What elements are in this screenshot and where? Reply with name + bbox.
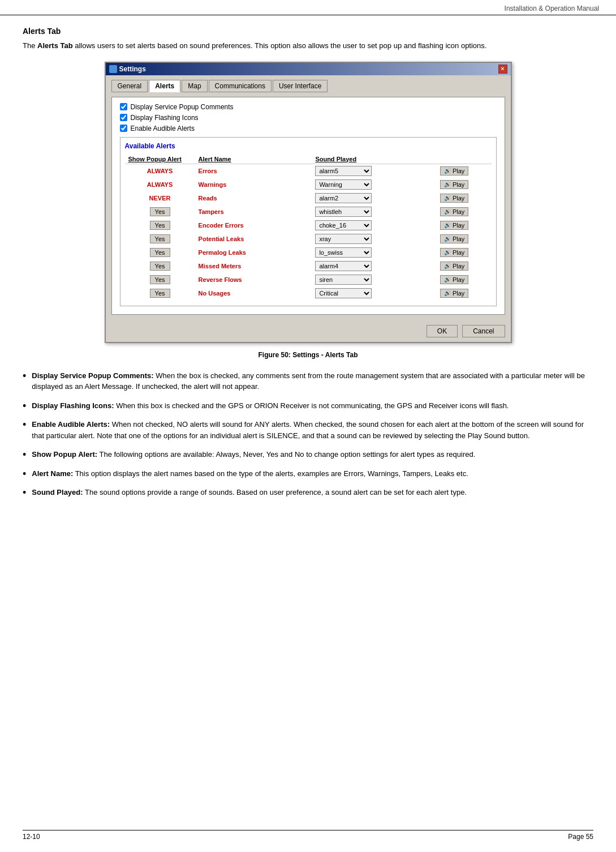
play-cell: 🔊 Play xyxy=(437,178,492,191)
sound-cell: Critical xyxy=(312,286,437,300)
popup-cell: NEVER xyxy=(125,191,195,205)
popup-yes-button[interactable]: Yes xyxy=(150,207,170,216)
figure-caption: Figure 50: Settings - Alerts Tab xyxy=(23,351,593,359)
popup-yes-button[interactable]: Yes xyxy=(150,289,170,298)
checkbox-enable-audible-label: Enable Audible Alerts xyxy=(131,125,195,132)
footer-left: 12-10 xyxy=(23,833,40,841)
table-row: YesPermalog Leakslo_swiss🔊 Play xyxy=(125,246,492,259)
alert-name-text: Reverse Flows xyxy=(199,276,242,283)
play-cell: 🔊 Play xyxy=(437,219,492,232)
play-button[interactable]: 🔊 Play xyxy=(440,221,468,230)
play-button[interactable]: 🔊 Play xyxy=(440,275,468,284)
popup-value: ALWAYS xyxy=(147,168,173,174)
settings-panel: Display Service Popup Comments Display F… xyxy=(111,97,505,315)
popup-cell: Yes xyxy=(125,273,195,286)
bullet-text: Show Popup Alert: The following options … xyxy=(32,449,475,460)
sound-select-input[interactable]: alarm5 xyxy=(315,166,372,176)
window-body: General Alerts Map Communications User I… xyxy=(106,75,511,320)
checkbox-display-service-input[interactable] xyxy=(120,103,127,110)
checkbox-enable-audible-input[interactable] xyxy=(120,125,127,132)
sound-select-input[interactable]: lo_swiss xyxy=(315,247,372,258)
table-row: YesMissed Metersalarm4🔊 Play xyxy=(125,259,492,273)
tabs-row: General Alerts Map Communications User I… xyxy=(111,80,505,92)
table-row: YesEncoder Errorschoke_16🔊 Play xyxy=(125,219,492,232)
table-row: YesNo UsagesCritical🔊 Play xyxy=(125,286,492,300)
list-item: •Enable Audible Alerts: When not checked… xyxy=(23,419,593,441)
tab-map[interactable]: Map xyxy=(182,80,207,92)
alert-name-cell: Tampers xyxy=(195,205,312,219)
popup-value: NEVER xyxy=(149,195,171,202)
checkbox-display-flashing-label: Display Flashing Icons xyxy=(131,114,199,122)
play-cell: 🔊 Play xyxy=(437,164,492,178)
popup-yes-button[interactable]: Yes xyxy=(150,248,170,257)
sound-select-input[interactable]: alarm4 xyxy=(315,261,372,271)
list-item: •Display Service Popup Comments: When th… xyxy=(23,370,593,392)
popup-yes-button[interactable]: Yes xyxy=(150,262,170,271)
popup-cell: Yes xyxy=(125,205,195,219)
window-titlebar: Settings × xyxy=(106,63,511,75)
popup-yes-button[interactable]: Yes xyxy=(150,234,170,243)
tab-general[interactable]: General xyxy=(111,80,148,92)
checkbox-enable-audible: Enable Audible Alerts xyxy=(120,125,497,132)
play-cell: 🔊 Play xyxy=(437,232,492,246)
play-button[interactable]: 🔊 Play xyxy=(440,194,468,203)
sound-select-input[interactable]: alarm2 xyxy=(315,193,372,203)
sound-select-input[interactable]: siren xyxy=(315,275,372,285)
popup-cell: ALWAYS xyxy=(125,164,195,178)
section-title: Alerts Tab xyxy=(23,27,593,36)
intro-text: The Alerts Tab allows users to set alert… xyxy=(23,40,593,52)
sound-select-input[interactable]: whistleh xyxy=(315,207,372,217)
sound-cell: alarm5 xyxy=(312,164,437,178)
window-title: Settings xyxy=(119,65,146,73)
checkbox-display-flashing-input[interactable] xyxy=(120,114,127,121)
alert-name-text: Warnings xyxy=(199,181,227,188)
bullet-text: Enable Audible Alerts: When not checked,… xyxy=(32,419,593,441)
sound-select-input[interactable]: Critical xyxy=(315,288,372,298)
tab-alerts[interactable]: Alerts xyxy=(149,80,180,92)
play-cell: 🔊 Play xyxy=(437,205,492,219)
play-button[interactable]: 🔊 Play xyxy=(440,289,468,298)
play-button[interactable]: 🔊 Play xyxy=(440,262,468,271)
alert-name-text: No Usages xyxy=(199,290,231,297)
play-button[interactable]: 🔊 Play xyxy=(440,166,468,175)
popup-yes-button[interactable]: Yes xyxy=(150,275,170,284)
bullet-text: Display Flashing Icons: When this box is… xyxy=(32,400,509,412)
sound-cell: siren xyxy=(312,273,437,286)
section-title-text: Alerts Tab xyxy=(23,27,61,36)
bullet-dot: • xyxy=(23,449,26,460)
popup-yes-button[interactable]: Yes xyxy=(150,221,170,230)
window-close-button[interactable]: × xyxy=(498,65,507,74)
alert-name-text: Encoder Errors xyxy=(199,222,244,229)
alert-name-text: Errors xyxy=(199,168,217,174)
play-button[interactable]: 🔊 Play xyxy=(440,248,468,257)
checkbox-display-flashing: Display Flashing Icons xyxy=(120,114,497,122)
table-row: YesPotential Leaksxray🔊 Play xyxy=(125,232,492,246)
sound-select-input[interactable]: choke_16 xyxy=(315,220,372,230)
titlebar-left: Settings xyxy=(109,65,146,73)
sound-cell: whistleh xyxy=(312,205,437,219)
alert-name-text: Tampers xyxy=(199,208,224,215)
alert-name-cell: Encoder Errors xyxy=(195,219,312,232)
col-header-play xyxy=(437,155,492,164)
sound-cell: xray xyxy=(312,232,437,246)
tab-communications[interactable]: Communications xyxy=(209,80,272,92)
sound-cell: alarm2 xyxy=(312,191,437,205)
alert-name-cell: Warnings xyxy=(195,178,312,191)
list-item: •Display Flashing Icons: When this box i… xyxy=(23,400,593,412)
play-cell: 🔊 Play xyxy=(437,259,492,273)
play-button[interactable]: 🔊 Play xyxy=(440,207,468,216)
bullet-dot: • xyxy=(23,469,26,479)
col-header-sound: Sound Played xyxy=(312,155,437,164)
sound-select-input[interactable]: Warning xyxy=(315,179,372,190)
sound-select-input[interactable]: xray xyxy=(315,234,372,244)
popup-cell: Yes xyxy=(125,219,195,232)
play-button[interactable]: 🔊 Play xyxy=(440,180,468,189)
cancel-button[interactable]: Cancel xyxy=(462,325,505,337)
page-header: Installation & Operation Manual xyxy=(0,0,616,15)
play-button[interactable]: 🔊 Play xyxy=(440,234,468,243)
tab-user-interface[interactable]: User Interface xyxy=(273,80,328,92)
bullet-dot: • xyxy=(23,371,26,381)
table-row: YesReverse Flowssiren🔊 Play xyxy=(125,273,492,286)
ok-button[interactable]: OK xyxy=(427,325,458,337)
alert-name-cell: Errors xyxy=(195,164,312,178)
